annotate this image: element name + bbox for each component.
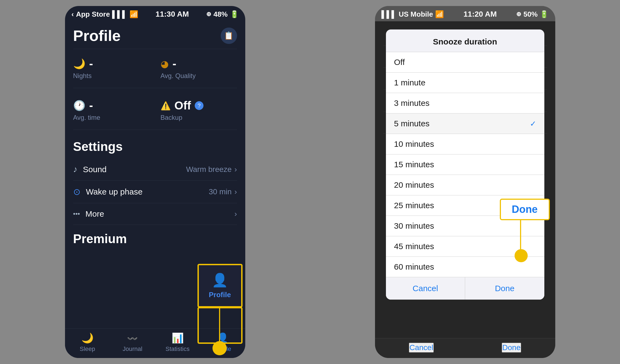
journal-nav-icon: 〰️: [127, 333, 138, 344]
carrier-label: App Store: [76, 10, 110, 19]
sound-label: Sound: [83, 165, 107, 174]
left-phone: ‹ App Store ▌▌▌ 📶 11:30 AM ⊕ 48% 🔋 Profi…: [65, 6, 245, 358]
avg-quality-top: ◕ -: [161, 57, 176, 70]
option-10min[interactable]: 10 minutes: [386, 134, 544, 154]
wake-up-value: 30 min ›: [209, 187, 237, 196]
profile-header: Profile 📋: [73, 21, 237, 49]
option-20min-label: 20 minutes: [394, 180, 434, 190]
option-1min-label: 1 minute: [394, 78, 426, 87]
sound-row[interactable]: ♪ Sound Warm breeze ›: [73, 158, 237, 181]
nights-value: -: [89, 57, 93, 70]
wifi-icon-right: 📶: [435, 10, 444, 19]
option-5min[interactable]: 5 minutes ✓: [386, 114, 544, 134]
sound-row-left: ♪ Sound: [73, 164, 107, 174]
nav-statistics[interactable]: 📊 Statistics: [155, 332, 200, 353]
clock-icon: 🕐: [73, 100, 85, 111]
option-15min[interactable]: 15 minutes: [386, 154, 544, 175]
statistics-nav-label: Statistics: [166, 345, 190, 353]
warning-icon: ⚠️: [161, 101, 171, 111]
divider-1: [73, 88, 237, 88]
sound-value: Warm breeze ›: [186, 165, 237, 174]
done-button-modal[interactable]: Done: [465, 277, 544, 300]
carrier-right: US Mobile: [399, 10, 433, 19]
chevron-right-icon-2: ›: [234, 187, 237, 196]
annotation-dot: [212, 341, 227, 355]
settings-section-title: Settings: [73, 133, 237, 158]
cancel-button-bottom[interactable]: Cancel: [409, 343, 434, 353]
sound-current: Warm breeze: [186, 165, 232, 174]
modal-button-row: Cancel Done: [386, 277, 544, 300]
profile-popup-box: 👤 Profile: [197, 264, 243, 308]
stats-row-1: 🌙 - Nights ◕ - Avg. Quality: [73, 49, 237, 85]
done-connector-line: [520, 218, 521, 250]
gps-icon-right: ⊕: [516, 11, 521, 18]
nights-label: Nights: [73, 72, 92, 80]
avg-time-value: -: [89, 99, 93, 112]
premium-section-title: Premium: [73, 225, 237, 250]
done-annotation-box: Done: [500, 199, 550, 220]
sleep-nav-label: Sleep: [80, 345, 95, 353]
option-30min-label: 30 minutes: [394, 221, 434, 231]
avg-quality-label: Avg. Quality: [161, 72, 196, 80]
phone-bg: Miult Reys Soey 🔔SnOff Lanel Snooze dura…: [375, 21, 555, 338]
statistics-nav-icon: 📊: [172, 332, 184, 344]
gps-icon: ⊕: [206, 11, 211, 18]
battery-label: 48%: [213, 10, 228, 19]
journal-nav-label: Journal: [123, 345, 142, 353]
signal-icon: ▌▌▌: [112, 10, 127, 19]
quality-icon: ◕: [161, 58, 169, 69]
nights-stat-top: 🌙 -: [73, 57, 93, 70]
back-arrow[interactable]: ‹: [72, 10, 74, 19]
cancel-button-modal[interactable]: Cancel: [386, 277, 465, 300]
modal-title: Snooze duration: [386, 29, 544, 52]
signal-icon-right: ▌▌▌: [382, 10, 397, 19]
time-right: 11:20 AM: [463, 10, 497, 19]
help-icon[interactable]: ?: [195, 101, 203, 110]
profile-popup-icon: 👤: [212, 273, 228, 288]
avg-quality-value: -: [173, 57, 176, 70]
option-3min[interactable]: 3 minutes: [386, 93, 544, 114]
wake-up-current: 30 min: [209, 187, 232, 196]
backup-value: Off: [175, 99, 191, 112]
alarm-icon: ⊙: [73, 187, 81, 197]
option-1min[interactable]: 1 minute: [386, 73, 544, 93]
option-25min-label: 25 minutes: [394, 201, 434, 210]
nav-sleep[interactable]: 🌙 Sleep: [65, 332, 110, 353]
status-right-right: ⊕ 50% 🔋: [516, 10, 548, 19]
status-bar-right: ▌▌▌ US Mobile 📶 11:20 AM ⊕ 50% 🔋: [375, 6, 555, 21]
battery-icon: 🔋: [230, 10, 239, 19]
status-bar-left: ‹ App Store ▌▌▌ 📶 11:30 AM ⊕ 48% 🔋: [65, 6, 245, 21]
battery-right: 50%: [523, 10, 538, 19]
avg-time-stat: 🕐 - Avg. time: [73, 99, 150, 121]
avg-time-top: 🕐 -: [73, 99, 93, 112]
option-60min-label: 60 minutes: [394, 262, 434, 271]
status-left: ‹ App Store ▌▌▌ 📶: [72, 10, 138, 19]
done-button-bottom[interactable]: Done: [502, 343, 521, 353]
annotation-connector: [219, 307, 220, 345]
wake-up-label: Wake up phase: [86, 187, 143, 196]
right-phone: ▌▌▌ US Mobile 📶 11:20 AM ⊕ 50% 🔋 Miult R…: [375, 6, 555, 358]
option-15min-label: 15 minutes: [394, 160, 434, 169]
checkmark-icon: ✓: [530, 119, 536, 128]
chevron-right-icon: ›: [234, 165, 237, 174]
status-right: ⊕ 48% 🔋: [206, 10, 238, 19]
more-row[interactable]: ••• More ›: [73, 203, 237, 225]
stats-row-2: 🕐 - Avg. time ⚠️ Off ? Backup: [73, 91, 237, 127]
avg-quality-stat: ◕ - Avg. Quality: [161, 57, 237, 80]
wake-up-row[interactable]: ⊙ Wake up phase 30 min ›: [73, 181, 237, 203]
wake-up-row-left: ⊙ Wake up phase: [73, 187, 143, 197]
option-off[interactable]: Off: [386, 52, 544, 73]
done-connector-dot: [515, 249, 528, 262]
profile-icon-button[interactable]: 📋: [221, 28, 237, 44]
divider-2: [73, 130, 237, 130]
more-arrow: ›: [234, 210, 237, 218]
wifi-icon: 📶: [129, 10, 138, 19]
nights-stat: 🌙 - Nights: [73, 57, 150, 80]
more-label: More: [85, 209, 104, 219]
nav-journal[interactable]: 〰️ Journal: [110, 333, 155, 353]
document-icon: 📋: [224, 31, 234, 40]
option-20min[interactable]: 20 minutes: [386, 175, 544, 195]
battery-icon-right: 🔋: [540, 10, 548, 19]
option-5min-label: 5 minutes: [394, 119, 430, 128]
more-row-left: ••• More: [73, 209, 104, 219]
